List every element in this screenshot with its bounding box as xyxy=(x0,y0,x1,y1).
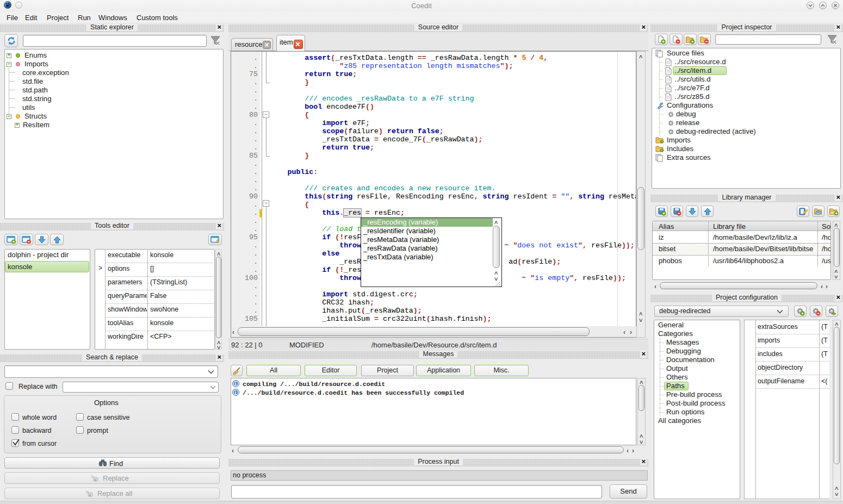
svg-text:a: a xyxy=(94,478,96,482)
svg-text:a: a xyxy=(89,493,91,497)
